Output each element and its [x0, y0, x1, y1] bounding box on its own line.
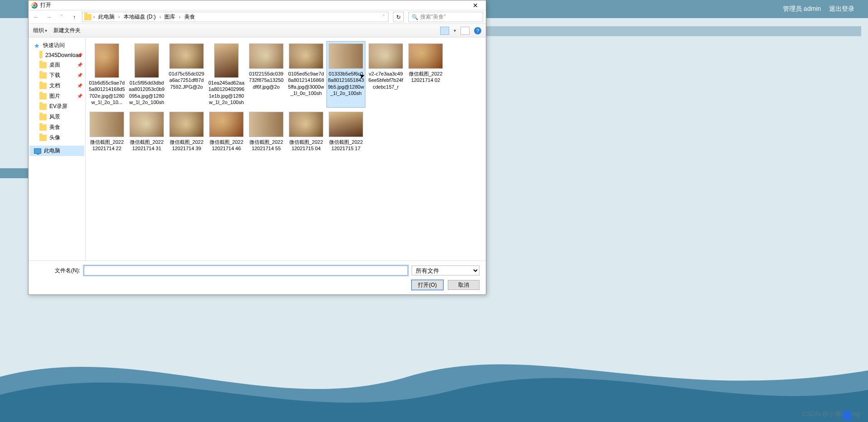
file-item[interactable]: 0105ed5c9ae7d8a801214168685ffa.jpg@3000w… [287, 41, 326, 108]
pin-icon: 📌 [77, 73, 82, 78]
breadcrumb[interactable]: 此电脑 [96, 12, 116, 22]
file-name: 微信截图_202212021715 17 [328, 139, 364, 152]
file-thumbnail [289, 112, 323, 137]
tray-icon[interactable] [843, 411, 852, 420]
file-thumbnail [214, 43, 239, 78]
organize-label: 组织 [33, 27, 44, 34]
chevron-down-icon[interactable]: ▾ [454, 28, 456, 33]
folder-icon [39, 83, 47, 89]
file-thumbnail [289, 43, 323, 69]
sidebar-item-label: 头像 [49, 134, 60, 142]
system-tray [843, 411, 852, 420]
file-name: 01f22155dc039732f875a13250df6f.jpg@2o [248, 71, 284, 90]
file-name: 01ea245ad62aa1a801204029961e1b.jpg@1280w… [208, 80, 245, 105]
file-name: v2-c7e3aa3c496ee5bfebf7b24fcdebc157_r [368, 71, 404, 90]
chevron-right-icon: › [179, 14, 180, 19]
sidebar-item-7[interactable]: 美食 [29, 122, 84, 133]
organize-menu[interactable]: 组织 ▾ [33, 27, 47, 34]
close-button[interactable]: ✕ [468, 1, 483, 10]
dialog-title: 打开 [40, 1, 51, 9]
folder-icon [39, 124, 47, 131]
file-item[interactable]: 01c5f95dd3dbdaa8012053c0b9095a.jpg@1280w… [127, 41, 166, 108]
file-name: 01333b5e5f6c08a801216518439b5.jpg@1280w_… [328, 71, 364, 96]
view-mode-button[interactable] [440, 27, 449, 35]
sidebar-item-label: 美食 [49, 123, 60, 131]
sidebar-item-2[interactable]: 下载📌 [29, 70, 84, 81]
logout-link[interactable]: 退出登录 [829, 5, 854, 13]
file-list[interactable]: 01b6d55c9ae7d5a801214168d5702e.jpg@1280w… [86, 38, 486, 261]
address-bar[interactable]: › 此电脑 › 本地磁盘 (D:) › 图库 › 美食 ˇ [82, 12, 388, 22]
file-thumbnail [169, 43, 204, 69]
sidebar-item-label: 下载 [49, 71, 60, 79]
open-button[interactable]: 打开(O) [412, 280, 443, 290]
file-item[interactable]: 微信截图_202212021714 46 [207, 109, 246, 154]
file-name: 01b6d55c9ae7d5a801214168d5702e.jpg@1280w… [89, 80, 125, 105]
breadcrumb[interactable]: 本地磁盘 (D:) [122, 12, 158, 22]
sidebar-item-8[interactable]: 头像 [29, 133, 84, 143]
command-toolbar: 组织 ▾ 新建文件夹 ▾ ? [29, 24, 486, 38]
nav-forward-button[interactable]: → [44, 12, 54, 22]
file-item[interactable]: 微信截图_202212021714 22 [87, 109, 126, 154]
sidebar-item-6[interactable]: 风景 [29, 112, 84, 122]
breadcrumb[interactable]: 美食 [182, 12, 197, 22]
sidebar-item-5[interactable]: EV录屏 [29, 101, 84, 112]
file-item[interactable]: 01ea245ad62aa1a801204029961e1b.jpg@1280w… [207, 41, 246, 108]
filename-input[interactable] [84, 266, 408, 275]
file-open-dialog: 打开 ✕ ← → ˇ ↑ › 此电脑 › 本地磁盘 (D:) › 图库 › 美食… [28, 0, 486, 295]
search-input[interactable]: 🔍 搜索"美食" [408, 12, 483, 22]
sidebar-item-0[interactable]: 2345Download📌 [29, 51, 84, 60]
chevron-right-icon: › [118, 14, 120, 19]
nav-up-button[interactable]: ↑ [69, 12, 79, 22]
dialog-footer: 文件名(N): 所有文件 打开(O) 取消 [29, 261, 486, 294]
pin-icon: 📌 [77, 62, 82, 67]
file-thumbnail [169, 112, 204, 137]
file-item[interactable]: v2-c7e3aa3c496ee5bfebf7b24fcdebc157_r [366, 41, 405, 108]
file-item[interactable]: 微信截图_202212021714 39 [167, 109, 206, 154]
file-thumbnail [249, 43, 283, 69]
file-name: 微信截图_202212021714 22 [89, 139, 125, 152]
sidebar-this-pc[interactable]: 此电脑 [29, 146, 84, 156]
file-item[interactable]: 微信截图_202212021714 31 [127, 109, 166, 154]
breadcrumb[interactable]: 图库 [163, 12, 177, 22]
file-item[interactable]: 01f22155dc039732f875a13250df6f.jpg@2o [247, 41, 286, 108]
filename-label: 文件名(N): [35, 267, 80, 275]
file-item[interactable]: 01333b5e5f6c08a801216518439b5.jpg@1280w_… [326, 41, 365, 108]
sidebar-quick-access[interactable]: ★ 快速访问 [29, 40, 84, 51]
folder-icon [39, 52, 43, 58]
refresh-button[interactable]: ↻ [393, 12, 404, 22]
nav-back-button[interactable]: ← [31, 12, 41, 22]
new-folder-button[interactable]: 新建文件夹 [53, 27, 81, 34]
file-item[interactable]: 01b6d55c9ae7d5a801214168d5702e.jpg@1280w… [87, 41, 126, 108]
file-name: 微信截图_202212021715 04 [288, 139, 324, 152]
file-name: 微信截图_202212021714 46 [208, 139, 245, 152]
sidebar-item-4[interactable]: 图片📌 [29, 91, 84, 101]
file-thumbnail [249, 112, 283, 137]
sidebar-item-label: 风景 [49, 113, 60, 121]
search-icon: 🔍 [412, 14, 418, 20]
file-name: 0105ed5c9ae7d8a801214168685ffa.jpg@3000w… [288, 71, 324, 96]
chrome-icon [31, 2, 38, 9]
folder-icon [84, 14, 91, 20]
bg-wave-decoration [0, 322, 868, 422]
file-item[interactable]: 微信截图_202212021715 04 [287, 109, 326, 154]
file-item[interactable]: 01d75c55dc029a6ac7251df87d7592.JPG@2o [167, 41, 206, 108]
chevron-right-icon: › [159, 14, 161, 19]
address-dropdown[interactable]: ˇ [381, 14, 386, 19]
help-button[interactable]: ? [474, 27, 481, 34]
file-item[interactable]: 微信截图_202212021714 55 [247, 109, 286, 154]
file-thumbnail [129, 112, 164, 137]
file-item[interactable]: 微信截图_202212021714 02 [406, 41, 445, 108]
file-thumbnail [134, 43, 159, 78]
sidebar-item-label: 文档 [49, 82, 60, 90]
sidebar-item-label: 桌面 [49, 61, 60, 69]
nav-recent-dropdown[interactable]: ˇ [57, 12, 67, 22]
cancel-button[interactable]: 取消 [448, 280, 480, 290]
preview-pane-button[interactable] [460, 27, 470, 35]
sidebar-item-1[interactable]: 桌面📌 [29, 60, 84, 70]
folder-icon [39, 104, 47, 110]
search-placeholder: 搜索"美食" [420, 13, 446, 21]
sidebar-item-3[interactable]: 文档📌 [29, 81, 84, 91]
file-type-select[interactable]: 所有文件 [412, 266, 480, 275]
file-item[interactable]: 微信截图_202212021715 17 [326, 109, 365, 154]
file-thumbnail [329, 112, 363, 137]
